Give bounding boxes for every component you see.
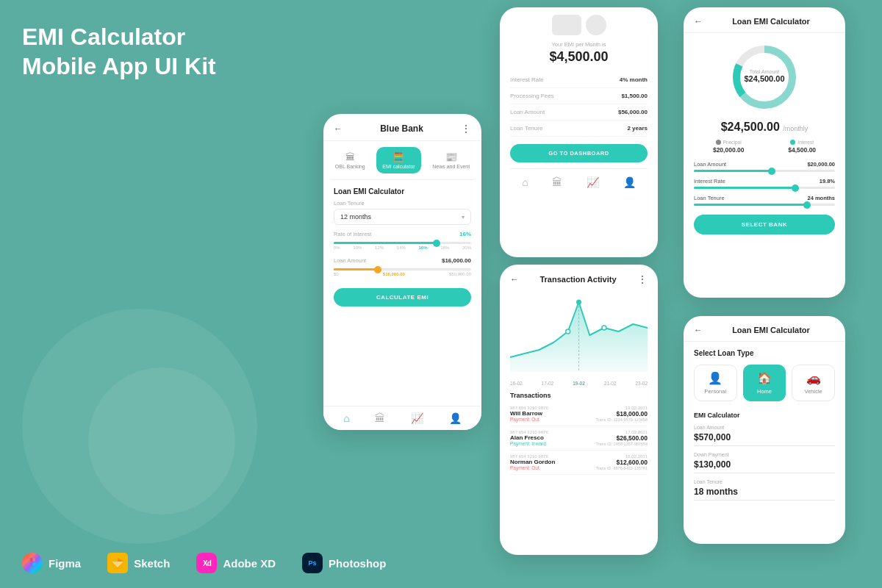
bank-nav-icon[interactable]: 🏛 — [375, 412, 385, 424]
xd-label: Adobe XD — [223, 557, 276, 570]
tab-news-event[interactable]: 📰 News and Event — [426, 147, 476, 173]
bank-icon-2[interactable]: 🏛 — [552, 176, 562, 188]
personal-loan-button[interactable]: 👤 Personal — [694, 365, 737, 401]
loan-tenure-field: Loan Tenure 18 months — [694, 479, 835, 501]
info-row-interest: Interest Rate 4% month — [510, 72, 648, 88]
figma-label: Figma — [49, 557, 81, 570]
tenure-field[interactable]: 12 months ▾ — [334, 209, 471, 225]
vehicle-icon: 🚗 — [806, 371, 821, 385]
legend-interest: Interest $4,500.00 — [788, 140, 816, 154]
card-thumbnail — [552, 15, 581, 35]
interest-thumb-3[interactable] — [792, 184, 799, 192]
legend-principal: Principal $20,000.00 — [713, 140, 745, 154]
profile-nav-icon[interactable]: 👤 — [449, 412, 462, 424]
chart-date-labels: 16-02 17-02 19-02 21-02 23-02 — [500, 379, 658, 387]
rate-label: Rate of Interest — [334, 231, 371, 237]
transaction-row-3: 987 654 3210 9876 Norman Gordon Payment:… — [510, 451, 648, 475]
loan-tenure-label-2: Loan Tenure — [510, 125, 542, 132]
back-icon-5[interactable]: ← — [694, 325, 703, 335]
news-icon: 📰 — [445, 151, 457, 162]
interest-rate-label: Interest Rate — [510, 76, 544, 83]
donut-center: Total Amount $24,500.00 — [744, 68, 784, 82]
menu-icon-4[interactable]: ⋮ — [637, 273, 648, 285]
phone-select-loan: ← Loan EMI Calculator Select Loan Type 👤… — [684, 316, 845, 544]
xd-icon: Xd — [196, 553, 217, 573]
bank-icon: 🏛 — [345, 151, 355, 162]
loan-thumb-3[interactable] — [768, 168, 775, 175]
loan-slider-3[interactable] — [694, 170, 835, 172]
phone-emi-calculator: ← Blue Bank ⋮ 🏛 OBL Banking 🧮 EMI calcul… — [323, 114, 481, 430]
loan-amount-value: $16,000.00 — [442, 257, 471, 266]
tenure-slider-3[interactable] — [694, 204, 835, 206]
nav-tabs: 🏛 OBL Banking 🧮 EMI calculator 📰 News an… — [323, 141, 481, 179]
home-icon-2[interactable]: ⌂ — [522, 176, 528, 188]
phone1-content: Loan EMI Calculator Loan Tenure 12 month… — [323, 180, 481, 314]
loan-tenure-value-2: 2 years — [627, 125, 648, 132]
chevron-down-icon: ▾ — [462, 214, 465, 220]
ps-icon: Ps — [302, 553, 323, 573]
calculator-icon: 🧮 — [392, 151, 404, 162]
phone2-bottom-nav: ⌂ 🏛 📈 👤 — [510, 168, 648, 188]
home-loan-button[interactable]: 🏠 Home — [743, 365, 786, 401]
calculate-emi-button[interactable]: CALCULATE EMI — [334, 288, 471, 306]
loan-amount-header: Loan Amount $16,000.00 — [334, 257, 471, 266]
loan-amount-value-2: $56,000.00 — [618, 109, 648, 115]
transaction-chart — [500, 291, 658, 379]
transactions-section: Transactions 987 654 3210 9876 Will Barr… — [500, 387, 658, 479]
select-bank-button[interactable]: SELECT BANK — [694, 215, 835, 234]
tenure-thumb-3[interactable] — [803, 201, 811, 209]
loan-type-buttons: 👤 Personal 🏠 Home 🚗 Vehicle — [694, 365, 835, 401]
svg-rect-0 — [30, 558, 32, 562]
loan-amount-label-2: Loan Amount — [510, 109, 545, 115]
phone3-title: Loan EMI Calculator — [707, 17, 835, 26]
header-block: EMI Calculator Mobile App UI Kit — [22, 22, 216, 81]
info-row-processing: Processing Fees $1,500.00 — [510, 88, 648, 104]
tool-xd: Xd Adobe XD — [196, 553, 276, 573]
loan-amount-field: Loan Amount $570,000 — [694, 425, 835, 446]
rate-slider-track[interactable] — [334, 242, 471, 244]
transaction-row-2: 987 654 3210 9876 Alan Fresco Payment: I… — [510, 426, 648, 451]
emi-amount: $4,500.00 — [510, 49, 648, 65]
phone5-title: Loan EMI Calculator — [707, 326, 835, 334]
monthly-amount: $24,500.00 — [721, 121, 780, 133]
interest-slider-3[interactable] — [694, 187, 835, 189]
loan-slider-thumb[interactable] — [374, 266, 381, 273]
phone2-top — [510, 15, 648, 35]
svg-rect-3 — [33, 558, 35, 562]
back-icon-4[interactable]: ← — [510, 274, 519, 284]
sketch-label: Sketch — [134, 557, 170, 570]
rate-slider-thumb[interactable] — [433, 240, 440, 247]
tenure-label: Loan Tenure — [334, 200, 471, 207]
home-nav-icon[interactable]: ⌂ — [343, 412, 349, 424]
bottom-nav: ⌂ 🏛 📈 👤 — [323, 406, 481, 430]
tool-list: Figma Sketch Xd Adobe XD Ps Photoshop — [22, 553, 386, 573]
rate-slider-labels: 0% 10% 12% 14% 16% 18% 20% — [334, 245, 471, 250]
menu-icon[interactable]: ⋮ — [461, 123, 471, 135]
loan-amount-label: Loan Amount — [334, 257, 366, 264]
chart-icon-2[interactable]: 📈 — [587, 176, 599, 188]
back-icon[interactable]: ← — [334, 123, 343, 134]
profile-icon-2[interactable]: 👤 — [623, 176, 636, 188]
chart-nav-icon[interactable]: 📈 — [411, 412, 423, 424]
tab-emi-calculator[interactable]: 🧮 EMI calculator — [376, 147, 420, 173]
rate-slider-section: Rate of Interest 16% 0% 10% 12% 14% 16% … — [334, 231, 471, 250]
tab-obl-banking[interactable]: 🏛 OBL Banking — [329, 147, 371, 173]
principal-dot — [716, 140, 721, 145]
svg-point-14 — [576, 300, 581, 305]
vehicle-loan-button[interactable]: 🚗 Vehicle — [792, 365, 835, 401]
phone4-title: Transaction Activity — [539, 275, 616, 284]
phone3-header: ← Loan EMI Calculator — [684, 7, 845, 33]
ps-label: Photoshop — [329, 557, 386, 570]
phone5-content: Select Loan Type 👤 Personal 🏠 Home 🚗 Veh… — [684, 342, 845, 514]
rate-header: Rate of Interest 16% — [334, 231, 471, 240]
monthly-suffix: /monthly — [783, 125, 808, 132]
back-icon-3[interactable]: ← — [694, 16, 703, 26]
bg-decoration-2 — [88, 368, 235, 514]
go-to-dashboard-button[interactable]: GO TO DASHBOARD — [510, 144, 648, 162]
emi-per-month-label: Your EMI per Month is — [510, 41, 648, 48]
avatar-thumbnail — [586, 15, 606, 35]
loan-amount-row: Loan Amount $20,000.00 — [694, 161, 835, 168]
loan-slider-track[interactable] — [334, 268, 471, 270]
rate-slider-fill — [334, 242, 437, 244]
select-loan-type-label: Select Loan Type — [694, 349, 835, 357]
